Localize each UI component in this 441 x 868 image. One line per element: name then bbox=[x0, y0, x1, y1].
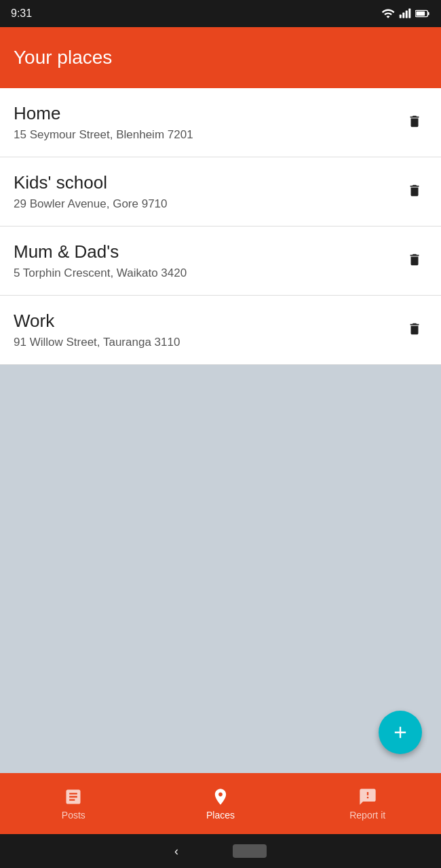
place-address: 91 Willow Street, Tauranga 3110 bbox=[14, 336, 180, 349]
place-address: 29 Bowler Avenue, Gore 9710 bbox=[14, 197, 168, 211]
header: Your places bbox=[0, 27, 441, 88]
home-indicator bbox=[233, 844, 267, 858]
svg-rect-0 bbox=[400, 15, 402, 18]
nav-item-report-it[interactable]: Report it bbox=[294, 787, 441, 821]
delete-place-button[interactable] bbox=[402, 178, 427, 205]
map-area bbox=[0, 365, 441, 773]
system-nav-bar: ‹ bbox=[0, 834, 441, 868]
page-title: Your places bbox=[14, 47, 112, 68]
add-place-button[interactable] bbox=[379, 711, 422, 754]
trash-icon bbox=[407, 183, 422, 198]
place-name: Home bbox=[14, 103, 193, 124]
back-icon[interactable]: ‹ bbox=[174, 844, 178, 859]
place-info: Work 91 Willow Street, Tauranga 3110 bbox=[14, 311, 180, 349]
signal-icon bbox=[399, 7, 411, 20]
delete-place-button[interactable] bbox=[402, 247, 427, 275]
status-time: 9:31 bbox=[11, 7, 32, 20]
place-item: Work 91 Willow Street, Tauranga 3110 bbox=[0, 296, 441, 365]
places-icon bbox=[211, 787, 230, 806]
place-item: Kids' school 29 Bowler Avenue, Gore 9710 bbox=[0, 157, 441, 226]
trash-icon bbox=[407, 114, 422, 129]
place-address: 5 Torphin Crescent, Waikato 3420 bbox=[14, 267, 187, 280]
svg-rect-2 bbox=[406, 11, 408, 18]
status-icons bbox=[381, 7, 430, 20]
delete-place-button[interactable] bbox=[402, 108, 427, 136]
place-name: Mum & Dad's bbox=[14, 241, 187, 262]
nav-item-posts[interactable]: Posts bbox=[0, 787, 147, 821]
place-name: Kids' school bbox=[14, 172, 168, 193]
place-info: Mum & Dad's 5 Torphin Crescent, Waikato … bbox=[14, 241, 187, 280]
place-name: Work bbox=[14, 311, 180, 332]
svg-rect-5 bbox=[428, 12, 429, 16]
status-bar: 9:31 bbox=[0, 0, 441, 27]
place-address: 15 Seymour Street, Blenheim 7201 bbox=[14, 128, 193, 142]
svg-rect-6 bbox=[416, 12, 425, 16]
place-item: Home 15 Seymour Street, Blenheim 7201 bbox=[0, 88, 441, 157]
trash-icon bbox=[407, 252, 422, 267]
bottom-nav: Posts Places Report it bbox=[0, 773, 441, 834]
plus-icon bbox=[391, 723, 410, 742]
place-info: Kids' school 29 Bowler Avenue, Gore 9710 bbox=[14, 172, 168, 211]
place-info: Home 15 Seymour Street, Blenheim 7201 bbox=[14, 103, 193, 142]
place-item: Mum & Dad's 5 Torphin Crescent, Waikato … bbox=[0, 226, 441, 296]
trash-icon bbox=[407, 321, 422, 336]
nav-label-posts: Posts bbox=[62, 810, 85, 821]
delete-place-button[interactable] bbox=[402, 316, 427, 344]
battery-icon bbox=[415, 7, 430, 20]
posts-icon bbox=[64, 787, 83, 806]
places-list: Home 15 Seymour Street, Blenheim 7201 Ki… bbox=[0, 88, 441, 365]
nav-label-places: Places bbox=[206, 810, 235, 821]
report-icon bbox=[358, 787, 377, 806]
wifi-icon bbox=[381, 7, 395, 20]
svg-rect-1 bbox=[402, 13, 404, 18]
nav-label-report-it: Report it bbox=[349, 810, 385, 821]
nav-item-places[interactable]: Places bbox=[147, 787, 294, 821]
svg-rect-3 bbox=[408, 9, 410, 18]
